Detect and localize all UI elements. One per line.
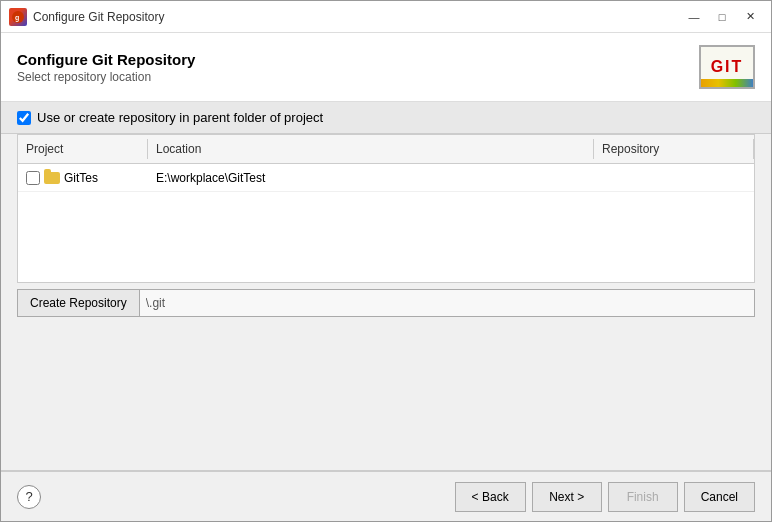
parent-folder-checkbox[interactable] <box>17 111 31 125</box>
git-logo-text: GIT <box>711 58 744 76</box>
create-repository-button[interactable]: Create Repository <box>17 289 140 317</box>
close-button[interactable]: ✕ <box>737 6 763 28</box>
project-cell: GitTes <box>18 169 148 187</box>
next-button[interactable]: Next > <box>532 482 602 512</box>
col-header-repository: Repository <box>594 139 754 159</box>
git-logo-bar <box>701 79 753 87</box>
dialog-subtitle: Select repository location <box>17 70 195 84</box>
title-bar-text: Configure Git Repository <box>33 10 681 24</box>
bottom-controls: Create Repository // set value from JSON… <box>17 289 755 317</box>
help-button[interactable]: ? <box>17 485 41 509</box>
parent-folder-label: Use or create repository in parent folde… <box>37 110 323 125</box>
table-header: Project Location Repository <box>18 135 754 164</box>
table-row[interactable]: GitTes E:\workplace\GitTest <box>18 164 754 192</box>
folder-icon <box>44 172 60 184</box>
repository-cell <box>594 176 754 180</box>
footer: ? < Back Next > Finish Cancel <box>1 471 771 521</box>
finish-button[interactable]: Finish <box>608 482 678 512</box>
dialog-title: Configure Git Repository <box>17 51 195 68</box>
repository-table: Project Location Repository GitTes E:\wo… <box>17 134 755 283</box>
parent-folder-checkbox-row: Use or create repository in parent folde… <box>1 102 771 134</box>
git-logo: GIT <box>699 45 755 89</box>
row-checkbox[interactable] <box>26 171 40 185</box>
title-bar: g Configure Git Repository — □ ✕ <box>1 1 771 33</box>
dialog-header: Configure Git Repository Select reposito… <box>1 33 771 102</box>
col-header-location: Location <box>148 139 594 159</box>
footer-left: ? <box>17 485 455 509</box>
col-header-project: Project <box>18 139 148 159</box>
back-button[interactable]: < Back <box>455 482 526 512</box>
configure-git-repository-dialog: g Configure Git Repository — □ ✕ Configu… <box>0 0 772 522</box>
svg-text:g: g <box>15 14 19 22</box>
footer-buttons: < Back Next > Finish Cancel <box>455 482 755 512</box>
project-name: GitTes <box>64 171 98 185</box>
dialog-header-left: Configure Git Repository Select reposito… <box>17 51 195 84</box>
app-icon: g <box>9 8 27 26</box>
location-cell: E:\workplace\GitTest <box>148 169 594 187</box>
maximize-button[interactable]: □ <box>709 6 735 28</box>
table-body: GitTes E:\workplace\GitTest <box>18 164 754 282</box>
cancel-button[interactable]: Cancel <box>684 482 755 512</box>
repo-path-input[interactable] <box>140 289 755 317</box>
minimize-button[interactable]: — <box>681 6 707 28</box>
title-bar-controls: — □ ✕ <box>681 6 763 28</box>
